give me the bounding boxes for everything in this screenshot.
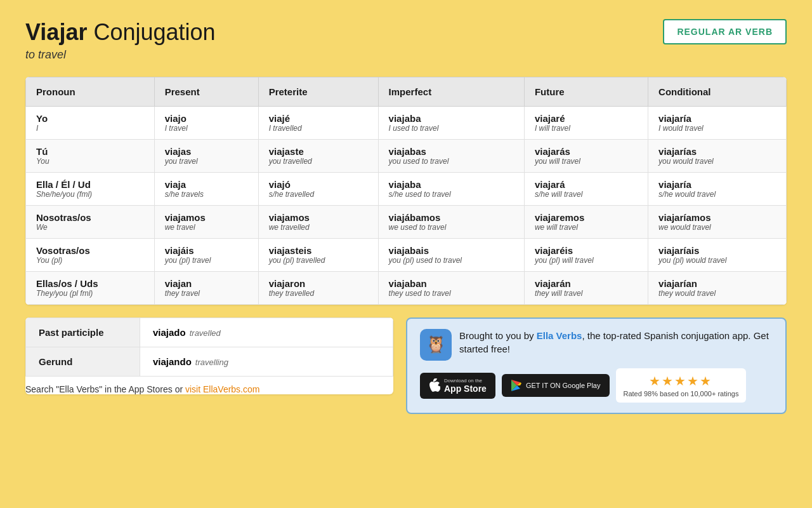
pronoun-cell: YoI [26, 107, 155, 140]
conjugation-cell: viajabaI used to travel [378, 107, 524, 140]
conjugation-cell: viajamoswe travelled [258, 206, 378, 239]
table-row: Ellas/os / UdsThey/you (pl fml)viajanthe… [26, 272, 787, 305]
conjugation-cell: viajoI travel [154, 107, 258, 140]
conjugation-table: Pronoun Present Preterite Imperfect Futu… [25, 77, 787, 305]
conjugation-cell: viajaríasyou would travel [648, 140, 787, 173]
col-future: Future [524, 77, 648, 107]
pronoun-cell: Ella / Él / UdShe/he/you (fml) [26, 173, 155, 206]
star-rating: ★★★★★ [624, 373, 739, 389]
conjugation-cell: viajanthey travel [154, 272, 258, 305]
conjugation-cell: viajamoswe travel [154, 206, 258, 239]
promo-text: Brought to you by Ella Verbs, the top-ra… [459, 329, 773, 356]
conjugation-cell: viajabaisyou (pl) used to travel [378, 239, 524, 272]
past-participle-value: viajadotravelled [140, 318, 393, 347]
conjugation-cell: viajarías/he would travel [648, 173, 787, 206]
table-row: YoIviajoI travelviajéI travelledviajabaI… [26, 107, 787, 140]
conjugation-cell: viajarás/he will travel [524, 173, 648, 206]
conjugation-cell: viajábamoswe used to travel [378, 206, 524, 239]
table-row: Nosotras/osWeviajamoswe travelviajamoswe… [26, 206, 787, 239]
pronoun-cell: Ellas/os / UdsThey/you (pl fml) [26, 272, 155, 305]
participle-section: Past participle viajadotravelled Gerund … [25, 318, 393, 394]
conjugation-cell: viajaríanthey would travel [648, 272, 787, 305]
conjugation-cell: viajasteisyou (pl) travelled [258, 239, 378, 272]
conjugation-cell: viajéI travelled [258, 107, 378, 140]
conjugation-cell: viajasteyou travelled [258, 140, 378, 173]
pronoun-cell: Nosotras/osWe [26, 206, 155, 239]
col-present: Present [154, 77, 258, 107]
conjugation-cell: viajaríaisyou (pl) would travel [648, 239, 787, 272]
conjugation-cell: viajabasyou used to travel [378, 140, 524, 173]
page-header: Viajar Conjugation to travel REGULAR AR … [25, 19, 787, 62]
promo-box: 🦉 Brought to you by Ella Verbs, the top-… [406, 318, 787, 414]
conjugation-cell: viajarásyou will travel [524, 140, 648, 173]
conjugation-cell: viajós/he travelled [258, 173, 378, 206]
col-preterite: Preterite [258, 77, 378, 107]
gerund-value: viajandotravelling [140, 347, 393, 377]
ella-verbs-promo-link[interactable]: Ella Verbs [537, 330, 582, 341]
page-title: Viajar Conjugation [25, 19, 216, 46]
conjugation-cell: viajaránthey will travel [524, 272, 648, 305]
conjugation-cell: viajaréisyou (pl) will travel [524, 239, 648, 272]
verb-badge: REGULAR AR VERB [663, 19, 787, 44]
conjugation-cell: viajaréI will travel [524, 107, 648, 140]
pronoun-cell: TúYou [26, 140, 155, 173]
conjugation-cell: viajabanthey used to travel [378, 272, 524, 305]
pronoun-cell: Vosotras/osYou (pl) [26, 239, 155, 272]
ratings-badge: ★★★★★ Rated 98% based on 10,000+ ratings [616, 368, 747, 403]
table-row: Ella / Él / UdShe/he/you (fml)viajas/he … [26, 173, 787, 206]
bottom-section: Past participle viajadotravelled Gerund … [25, 318, 787, 414]
app-store-button[interactable]: Download on the App Store [420, 373, 495, 399]
page-subtitle: to travel [25, 48, 216, 62]
svg-text:🦉: 🦉 [426, 334, 447, 354]
conjugation-cell: viajas/he travels [154, 173, 258, 206]
gerund-row: Gerund viajandotravelling [26, 347, 393, 377]
conjugation-cell: viajabas/he used to travel [378, 173, 524, 206]
conjugation-cell: viajaríaI would travel [648, 107, 787, 140]
col-conditional: Conditional [648, 77, 787, 107]
ella-verbs-link[interactable]: visit EllaVerbs.com [185, 384, 259, 394]
search-text: Search "Ella Verbs" in the App Stores or… [25, 384, 393, 394]
conjugation-cell: viajáisyou (pl) travel [154, 239, 258, 272]
conjugation-cell: viajaremoswe will travel [524, 206, 648, 239]
promo-buttons: Download on the App Store GET IT ON Goog… [420, 368, 773, 403]
col-imperfect: Imperfect [378, 77, 524, 107]
past-participle-row: Past participle viajadotravelled [26, 318, 393, 347]
conjugation-cell: viajaronthey travelled [258, 272, 378, 305]
past-participle-label: Past participle [26, 318, 140, 347]
table-row: Vosotras/osYou (pl)viajáisyou (pl) trave… [26, 239, 787, 272]
promo-header: 🦉 Brought to you by Ella Verbs, the top-… [420, 329, 773, 361]
google-play-button[interactable]: GET IT ON Google Play [502, 374, 610, 397]
ella-verbs-icon: 🦉 [420, 329, 452, 361]
title-block: Viajar Conjugation to travel [25, 19, 216, 62]
conjugation-cell: viajasyou travel [154, 140, 258, 173]
conjugation-cell: viajaríamoswe would travel [648, 206, 787, 239]
ratings-text: Rated 98% based on 10,000+ ratings [624, 390, 739, 398]
table-row: TúYouviajasyou travelviajasteyou travell… [26, 140, 787, 173]
gerund-label: Gerund [26, 347, 140, 377]
col-pronoun: Pronoun [26, 77, 155, 107]
